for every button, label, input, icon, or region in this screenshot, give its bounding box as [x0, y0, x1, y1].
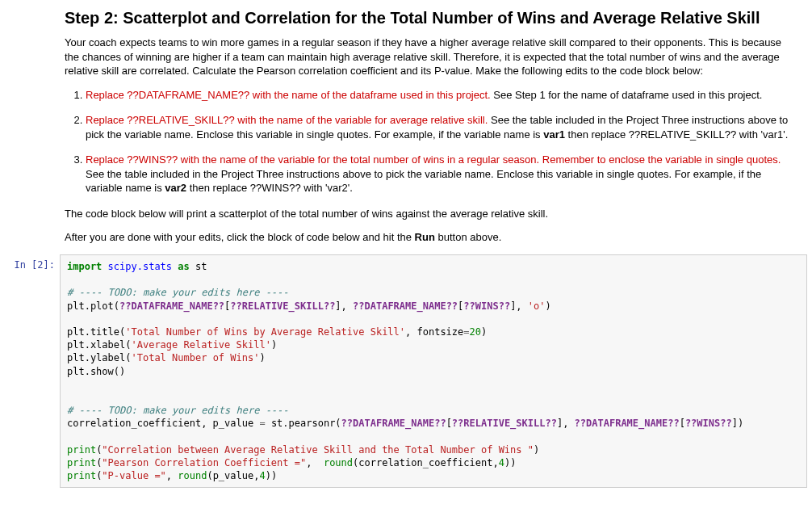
operator: =	[259, 418, 265, 429]
run-note: After you are done with your edits, clic…	[65, 230, 796, 245]
string-literal: "P-value ="	[102, 470, 165, 481]
code-text: ])	[732, 418, 743, 429]
number-literal: 4	[259, 470, 265, 481]
code-text: [	[446, 418, 452, 429]
placeholder: ??RELATIVE_SKILL??	[452, 418, 557, 429]
code-text: ],	[557, 418, 575, 429]
operator: =	[463, 326, 469, 338]
run-note-b: button above.	[435, 231, 501, 243]
code-text: plt.show()	[67, 366, 125, 377]
instruction-tail: See Step 1 for the name of dataframe use…	[491, 89, 763, 101]
run-note-a: After you are done with your edits, clic…	[65, 231, 415, 243]
instruction-red: Replace ??RELATIVE_SKILL?? with the name…	[86, 114, 488, 126]
string-literal: 'Total Number of Wins by Average Relativ…	[125, 326, 405, 338]
code-text: st.pearsonr(	[266, 418, 341, 429]
placeholder: ??WINS??	[463, 300, 510, 312]
code-text: )	[534, 444, 539, 456]
section-heading: Step 2: Scatterplot and Correlation for …	[65, 8, 796, 27]
placeholder: ??DATAFRAME_NAME??	[119, 300, 224, 312]
string-literal: 'Total Number of Wins'	[131, 352, 259, 363]
alias-name: st	[190, 261, 207, 272]
builtin-fn: round	[324, 457, 353, 468]
input-prompt: In [2]:	[0, 254, 60, 271]
placeholder: ??DATAFRAME_NAME??	[341, 418, 446, 429]
code-text: ],	[510, 300, 528, 312]
list-item: Replace ??RELATIVE_SKILL?? with the name…	[86, 113, 796, 141]
kw-import: import	[67, 261, 102, 272]
list-item: Replace ??DATAFRAME_NAME?? with the name…	[86, 88, 796, 103]
string-literal: 'Average Relative Skill'	[131, 339, 270, 351]
markdown-cell: Step 2: Scatterplot and Correlation for …	[65, 0, 796, 245]
comment: # ---- TODO: make your edits here ----	[67, 405, 289, 416]
code-text: ,	[306, 457, 324, 468]
number-literal: 20	[470, 326, 481, 338]
var-name: var2	[165, 182, 186, 194]
code-text: ))	[266, 470, 277, 481]
code-text: ))	[504, 457, 516, 468]
code-text: plt.ylabel(	[67, 352, 131, 363]
code-text: )	[546, 300, 551, 312]
instruction-tail: then replace ??WINS?? with 'var2'.	[186, 182, 353, 194]
code-cell-row: In [2]: import scipy.stats as st # ---- …	[0, 254, 812, 488]
list-item: Replace ??WINS?? with the name of the va…	[86, 153, 796, 195]
instruction-tail: then replace ??RELATIVE_SKILL?? with 'va…	[565, 128, 788, 141]
code-cell[interactable]: import scipy.stats as st # ---- TODO: ma…	[60, 254, 807, 488]
placeholder: ??DATAFRAME_NAME??	[353, 300, 458, 312]
intro-paragraph: Your coach expects teams to win more gam…	[65, 36, 796, 78]
placeholder: ??RELATIVE_SKILL??	[230, 300, 335, 312]
var-name: var1	[543, 128, 565, 141]
code-text: )	[271, 339, 277, 351]
placeholder: ??WINS??	[685, 418, 732, 429]
placeholder: ??DATAFRAME_NAME??	[575, 418, 680, 429]
number-literal: 4	[499, 457, 504, 468]
instruction-red: Replace ??DATAFRAME_NAME?? with the name…	[86, 89, 491, 101]
builtin-fn: round	[178, 470, 207, 481]
string-literal: "Pearson Correlation Coefficient ="	[102, 457, 306, 468]
run-word: Run	[415, 231, 435, 243]
code-text: , fontsize	[405, 326, 463, 338]
code-text: plt.title(	[67, 326, 125, 338]
code-text: plt.xlabel(	[67, 339, 131, 351]
string-literal: "Correlation between Average Relative Sk…	[102, 444, 534, 456]
code-text: )	[259, 352, 265, 363]
scatter-note: The code block below will print a scatte…	[65, 207, 796, 221]
code-text: correlation_coefficient, p_value	[67, 418, 259, 429]
module-name: scipy.stats	[102, 261, 178, 272]
builtin-fn: print	[67, 444, 96, 456]
comment: # ---- TODO: make your edits here ----	[67, 287, 289, 298]
string-literal: 'o'	[528, 300, 546, 312]
instruction-list: Replace ??DATAFRAME_NAME?? with the name…	[65, 88, 796, 195]
code-text: [	[680, 418, 685, 429]
kw-as: as	[178, 261, 189, 272]
code-text: (correlation_coefficient,	[353, 457, 499, 468]
builtin-fn: print	[67, 470, 96, 481]
instruction-red: Replace ??WINS?? with the name of the va…	[86, 153, 781, 166]
code-text: ,	[166, 470, 178, 481]
code-text: plt.plot(	[67, 300, 119, 312]
code-text: (p_value,	[207, 470, 259, 481]
code-text: ],	[335, 300, 353, 312]
builtin-fn: print	[67, 457, 96, 468]
code-text: )	[481, 326, 487, 338]
notebook: Step 2: Scatterplot and Correlation for …	[0, 0, 812, 488]
